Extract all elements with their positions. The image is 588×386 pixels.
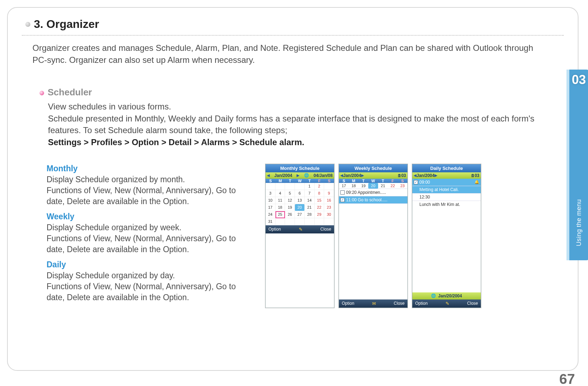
calendar-cell[interactable]: 29 (315, 211, 325, 218)
dow-cell: S (398, 179, 407, 183)
calendar-cell[interactable]: 9 (324, 190, 334, 197)
chevron-right-icon[interactable]: ▶ (435, 173, 437, 177)
chevron-right-icon[interactable]: ▶ (361, 173, 364, 177)
calendar-cell[interactable]: 4 (275, 190, 285, 197)
calendar-cell[interactable] (285, 183, 295, 190)
dow-cell: S (324, 179, 334, 183)
calendar-cell[interactable]: 27 (295, 211, 305, 218)
calendar-cell[interactable]: 20 (295, 204, 305, 211)
phone-month-bar: ◀ Jan/2004 ▶ 🗓 03 (339, 172, 407, 179)
edit-icon[interactable]: ✎ (445, 301, 449, 306)
calendar-cell[interactable]: 11 (275, 197, 285, 204)
screenshots-column: Monthly Schedule ◀ Jan/2004 ▶ 🌐 04/Jan/0… (265, 164, 483, 308)
calendar-cell[interactable]: 7 (305, 190, 315, 197)
calendar-cell[interactable]: 28 (305, 211, 315, 218)
calendar-cell[interactable]: 16 (324, 197, 334, 204)
calendar-grid[interactable]: 1234567891011121314151617181920212223242… (266, 183, 334, 225)
calendar-cell[interactable] (285, 218, 295, 225)
calendar-cell[interactable]: 6 (295, 190, 305, 197)
week-day-cell[interactable]: 21 (378, 183, 388, 189)
check-icon[interactable]: ✉ (372, 301, 376, 306)
section-body: View schedules in various forms. Schedul… (48, 101, 542, 148)
chevron-left-icon[interactable]: ◀ (414, 173, 417, 177)
week-day-cell[interactable]: 18 (349, 183, 359, 189)
calendar-cell[interactable]: 15 (315, 197, 325, 204)
chevron-left-icon[interactable]: ◀ (340, 173, 343, 177)
list-item[interactable]: 12:30 (412, 194, 481, 201)
calendar-cell[interactable]: 5 (285, 190, 295, 197)
softkey-close[interactable]: Close (467, 301, 478, 306)
calendar-cell[interactable]: 18 (275, 204, 285, 211)
list-item[interactable]: 09:20 Appointmen..... (339, 189, 407, 196)
edit-icon[interactable]: ✎ (299, 227, 303, 232)
month-label: Jan/2004 (274, 173, 292, 178)
calendar-cell[interactable]: 23 (324, 204, 334, 211)
view-block-daily: Daily Display Schedule organized by day.… (47, 260, 255, 303)
calendar-cell[interactable]: 26 (285, 211, 295, 218)
dow-cell: M (275, 179, 285, 183)
checkbox-icon[interactable]: ✓ (414, 180, 418, 184)
view-body: Display Schedule organized by day. Funct… (47, 270, 255, 303)
calendar-cell[interactable]: 25 (275, 211, 285, 218)
week-day-cell[interactable]: 19 (358, 183, 368, 189)
event-text: 11:00 Go to school..... (346, 197, 387, 202)
calendar-cell[interactable]: 14 (305, 197, 315, 204)
dow-cell: W (295, 179, 305, 183)
section-title: Scheduler (48, 87, 92, 98)
view-body: Display Schedule organized by month. Fun… (47, 174, 255, 207)
dow-cell: S (266, 179, 275, 183)
softkey-close[interactable]: Close (320, 227, 331, 232)
calendar-cell[interactable]: 19 (285, 204, 295, 211)
calendar-cell[interactable]: 1 (305, 183, 315, 190)
checkbox-icon[interactable]: ✓ (340, 198, 345, 202)
event-text: 09:20 Appointmen..... (346, 190, 386, 195)
calendar-cell[interactable] (315, 218, 325, 225)
list-item[interactable]: ✓ 11:00 Go to school..... (339, 196, 407, 204)
softkey-option[interactable]: Option (268, 227, 281, 232)
week-day-cell[interactable]: 22 (388, 183, 398, 189)
phone-softkeys: Option ✉ Close (339, 299, 407, 308)
dow-cell: F (315, 179, 325, 183)
chevron-left-icon[interactable]: ◀ (267, 173, 270, 177)
phone-weekly: Weekly Schedule ◀ Jan/2004 ▶ 🗓 03 S M T … (339, 164, 408, 308)
calendar-cell[interactable] (324, 183, 334, 190)
event-text: Metting at Hotel Cali. (419, 187, 459, 192)
softkey-option[interactable]: Option (415, 301, 428, 306)
phone-title: Weekly Schedule (339, 164, 407, 172)
calendar-cell[interactable] (324, 218, 334, 225)
calendar-cell[interactable] (275, 183, 285, 190)
calendar-cell[interactable]: 12 (285, 197, 295, 204)
calendar-cell[interactable]: 22 (315, 204, 325, 211)
calendar-cell[interactable] (295, 218, 305, 225)
softkey-option[interactable]: Option (342, 301, 354, 306)
bullet-icon (25, 22, 30, 27)
calendar-cell[interactable] (305, 218, 315, 225)
calendar-cell[interactable]: 31 (266, 218, 275, 225)
softkey-close[interactable]: Close (394, 301, 405, 306)
calendar-cell[interactable]: 2 (315, 183, 325, 190)
checkbox-icon[interactable] (340, 190, 345, 195)
calendar-cell[interactable] (275, 218, 285, 225)
week-day-cell[interactable]: 23 (398, 183, 407, 189)
calendar-cell[interactable]: 17 (266, 204, 275, 211)
date-strip-label: Jan/20/2004 (438, 293, 462, 298)
calendar-cell[interactable]: 13 (295, 197, 305, 204)
dow-cell: T (358, 179, 368, 183)
calendar-cell[interactable]: 24 (266, 211, 275, 218)
calendar-cell[interactable]: 8 (315, 190, 325, 197)
list-item[interactable]: ✓ 09:00 🔔 (412, 179, 481, 186)
calendar-cell[interactable]: 3 (266, 190, 275, 197)
manual-page: 3. Organizer Organizer creates and manag… (7, 7, 578, 371)
week-day-cell[interactable]: 20 (368, 183, 378, 189)
week-day-strip[interactable]: 17181920212223 (339, 183, 407, 189)
calendar-cell[interactable] (266, 183, 275, 190)
calendar-cell[interactable]: 30 (324, 211, 334, 218)
week-day-cell[interactable]: 17 (339, 183, 349, 189)
calendar-cell[interactable] (295, 183, 305, 190)
calendar-cell[interactable]: 10 (266, 197, 275, 204)
month-label: Jan/2004 (343, 173, 361, 178)
phone-month-bar: ◀ Jan/2004 ▶ 🌐 04/Jan/08 (266, 172, 334, 179)
chevron-right-icon[interactable]: ▶ (297, 173, 299, 177)
phone-title: Daily Schedule (412, 164, 481, 172)
calendar-cell[interactable]: 21 (305, 204, 315, 211)
